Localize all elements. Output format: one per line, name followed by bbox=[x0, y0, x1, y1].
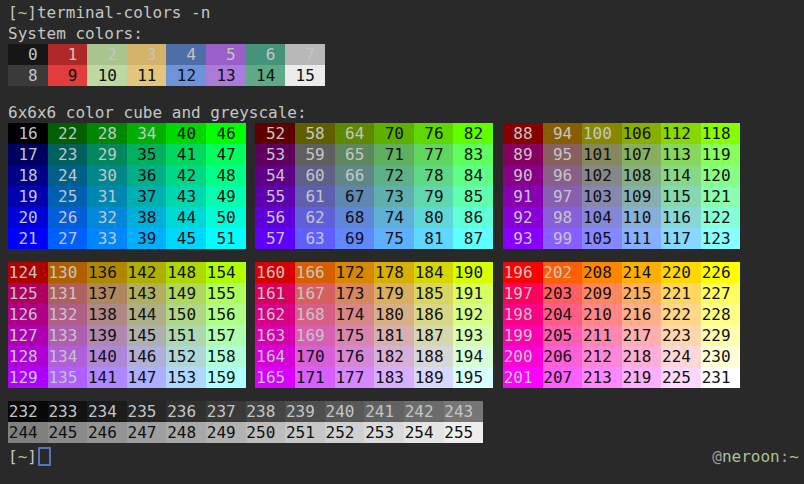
color-cell-168: 168 bbox=[295, 304, 335, 325]
color-cell-3: 3 bbox=[127, 44, 167, 65]
cube-greyscale-label: 6x6x6 color cube and greyscale: bbox=[8, 102, 804, 123]
color-cell-row: 244245246247248249250251252253254255 bbox=[8, 422, 804, 443]
color-cell-110: 110 bbox=[622, 207, 662, 228]
color-cell-106: 106 bbox=[622, 123, 662, 144]
color-cell-234: 234 bbox=[87, 401, 127, 422]
color-cube-block-88: 8894100106112118899510110711311990961021… bbox=[503, 123, 741, 249]
color-cell-105: 105 bbox=[582, 228, 622, 249]
color-cell-238: 238 bbox=[246, 401, 286, 422]
color-cell-183: 183 bbox=[374, 367, 414, 388]
bottom-prompt-home-tilde: ~ bbox=[18, 446, 28, 467]
color-cell-166: 166 bbox=[295, 262, 335, 283]
color-cell-100: 100 bbox=[582, 123, 622, 144]
color-cell-158: 158 bbox=[206, 346, 246, 367]
color-cell-240: 240 bbox=[325, 401, 365, 422]
color-cell-38: 38 bbox=[127, 207, 167, 228]
color-cell-222: 222 bbox=[661, 304, 701, 325]
color-cell-row: 164170176182188194 bbox=[255, 346, 493, 367]
color-cell-row: 163169175181187193 bbox=[255, 325, 493, 346]
color-cube-block-196: 1962022082142202261972032092152212271982… bbox=[503, 262, 741, 388]
shell-prompt-line[interactable]: [~]@neroon:~ bbox=[8, 446, 804, 467]
color-cell-142: 142 bbox=[127, 262, 167, 283]
color-cell-row: 199205211217223229 bbox=[503, 325, 741, 346]
color-cell-253: 253 bbox=[364, 422, 404, 443]
color-cell-43: 43 bbox=[166, 186, 206, 207]
color-cube-band: 1241301361421481541251311371431491551261… bbox=[8, 262, 804, 388]
color-cell-161: 161 bbox=[255, 283, 295, 304]
color-cell-row: 546066727884 bbox=[255, 165, 493, 186]
color-cell-157: 157 bbox=[206, 325, 246, 346]
command-line: [~]terminal-colors -n bbox=[8, 2, 804, 23]
color-cell-81: 81 bbox=[414, 228, 454, 249]
color-cell-119: 119 bbox=[701, 144, 741, 165]
color-cell-77: 77 bbox=[414, 144, 454, 165]
color-cell-6: 6 bbox=[246, 44, 286, 65]
color-cell-127: 127 bbox=[8, 325, 48, 346]
color-cell-29: 29 bbox=[87, 144, 127, 165]
color-cell-205: 205 bbox=[543, 325, 583, 346]
color-cell-137: 137 bbox=[87, 283, 127, 304]
color-cell-162: 162 bbox=[255, 304, 295, 325]
color-cell-199: 199 bbox=[503, 325, 543, 346]
color-cell-194: 194 bbox=[453, 346, 493, 367]
color-cell-47: 47 bbox=[206, 144, 246, 165]
color-cell-36: 36 bbox=[127, 165, 167, 186]
color-cell-67: 67 bbox=[335, 186, 375, 207]
color-cell-200: 200 bbox=[503, 346, 543, 367]
color-cell-58: 58 bbox=[295, 123, 335, 144]
greyscale-grid: 2322332342352362372382392402412422432442… bbox=[8, 401, 804, 443]
color-cell-120: 120 bbox=[701, 165, 741, 186]
color-cell-145: 145 bbox=[127, 325, 167, 346]
color-cell-row: 160166172178184190 bbox=[255, 262, 493, 283]
color-cell-12: 12 bbox=[166, 65, 206, 86]
color-cell-148: 148 bbox=[166, 262, 206, 283]
color-cell-101: 101 bbox=[582, 144, 622, 165]
color-cell-227: 227 bbox=[701, 283, 741, 304]
color-cell-row: 535965717783 bbox=[255, 144, 493, 165]
color-cell-178: 178 bbox=[374, 262, 414, 283]
color-cell-49: 49 bbox=[206, 186, 246, 207]
color-cell-45: 45 bbox=[166, 228, 206, 249]
color-cell-8: 8 bbox=[8, 65, 48, 86]
terminal-screen[interactable]: [~]terminal-colors -n System colors: 012… bbox=[0, 0, 804, 484]
color-cell-2: 2 bbox=[87, 44, 127, 65]
color-cell-51: 51 bbox=[206, 228, 246, 249]
color-cell-147: 147 bbox=[127, 367, 167, 388]
color-cell-146: 146 bbox=[127, 346, 167, 367]
color-cell-180: 180 bbox=[374, 304, 414, 325]
color-cell-44: 44 bbox=[166, 207, 206, 228]
color-cell-62: 62 bbox=[295, 207, 335, 228]
bottom-prompt-open-bracket: [ bbox=[8, 446, 18, 467]
color-cell-221: 221 bbox=[661, 283, 701, 304]
color-cell-189: 189 bbox=[414, 367, 454, 388]
color-cell-219: 219 bbox=[622, 367, 662, 388]
color-cell-217: 217 bbox=[622, 325, 662, 346]
color-cell-132: 132 bbox=[48, 304, 88, 325]
color-cell-50: 50 bbox=[206, 207, 246, 228]
color-cell-15: 15 bbox=[285, 65, 325, 86]
color-cell-208: 208 bbox=[582, 262, 622, 283]
color-cell-224: 224 bbox=[661, 346, 701, 367]
color-cell-25: 25 bbox=[48, 186, 88, 207]
color-cell-192: 192 bbox=[453, 304, 493, 325]
color-cell-103: 103 bbox=[582, 186, 622, 207]
color-cell-71: 71 bbox=[374, 144, 414, 165]
color-cell-93: 93 bbox=[503, 228, 543, 249]
color-cell-111: 111 bbox=[622, 228, 662, 249]
color-cell-177: 177 bbox=[335, 367, 375, 388]
color-cell-230: 230 bbox=[701, 346, 741, 367]
color-cell-196: 196 bbox=[503, 262, 543, 283]
system-colors-label: System colors: bbox=[8, 23, 804, 44]
color-cell-80: 80 bbox=[414, 207, 454, 228]
bottom-prompt-close-bracket: ] bbox=[27, 446, 37, 467]
color-cell-233: 233 bbox=[48, 401, 88, 422]
color-cell-87: 87 bbox=[453, 228, 493, 249]
color-cell-79: 79 bbox=[414, 186, 454, 207]
color-cell-56: 56 bbox=[255, 207, 295, 228]
color-cell-5: 5 bbox=[206, 44, 246, 65]
color-cell-row: 9096102108114120 bbox=[503, 165, 741, 186]
color-cell-row: 161167173179185191 bbox=[255, 283, 493, 304]
color-cell-73: 73 bbox=[374, 186, 414, 207]
color-cell-133: 133 bbox=[48, 325, 88, 346]
color-cell-22: 22 bbox=[48, 123, 88, 144]
